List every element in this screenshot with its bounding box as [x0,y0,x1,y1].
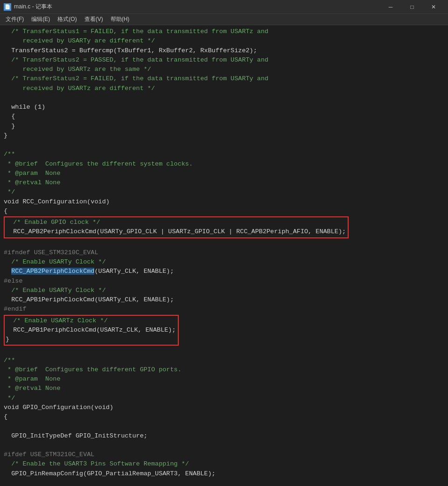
code-editor[interactable]: /* TransferStatus1 = FAILED, if the data… [0,25,448,486]
close-button[interactable]: ✕ [423,0,444,14]
maximize-button[interactable]: □ [401,0,423,14]
title-bar-left: 📄 main.c - 记事本 [4,3,52,11]
code-line: /* Enable USARTy Clock */ [4,258,106,265]
code-line: void RCC_Configuration(void) { [4,198,110,215]
menu-file[interactable]: 文件(F) [2,14,28,24]
code-line: #endif [4,305,27,312]
code-line: /* Enable the USART3 Pins Software Remap… [4,460,189,467]
red-box-1: /* Enable GPIO clock */ RCC_APB2PeriphCl… [4,216,349,238]
code-line: /* Enable USARTy Clock */ [4,287,106,294]
menu-view[interactable]: 查看(V) [81,14,107,24]
menu-edit[interactable]: 编辑(E) [28,14,54,24]
code-line: TransferStatus2 = Buffercmp(TxBuffer1, R… [4,47,257,54]
code-pre: /* TransferStatus1 = FAILED, if the data… [0,27,448,479]
title-bar: 📄 main.c - 记事本 ─ □ ✕ [0,0,448,14]
code-line: RCC_APB1PeriphClockCmd(USARTy_CLK, ENABL… [4,296,174,303]
code-line: #ifdef USE_STM3210C_EVAL [4,451,94,458]
minimize-button[interactable]: ─ [380,0,401,14]
code-line: /** * @brief Configures the different sy… [4,151,193,195]
code-line: /* TransferStatus1 = FAILED, if the data… [4,28,268,44]
menu-format[interactable]: 格式(O) [54,14,80,24]
app-icon: 📄 [4,3,11,11]
code-line: while (1) { } } [4,104,45,139]
code-lines: /* TransferStatus1 = FAILED, if the data… [0,27,448,479]
code-line: #else [4,278,23,285]
code-line: /** * @brief Configures the different GP… [4,357,182,402]
code-line: /* TransferStatus2 = PASSED, if the data… [4,56,268,92]
code-container: /* TransferStatus1 = FAILED, if the data… [0,25,448,486]
window-title: main.c - 记事本 [14,3,52,11]
menu-help[interactable]: 帮助(H) [107,14,133,24]
code-line: #ifndef USE_STM3210C_EVAL [4,249,98,256]
menu-bar: 文件(F) 编辑(E) 格式(O) 查看(V) 帮助(H) [0,14,448,25]
code-line: GPIO_PinRemapConfig(GPIO_PartialRemap_US… [4,470,216,477]
red-box-2: /* Enable USARTz Clock */ RCC_APB1Periph… [4,315,179,346]
code-line: RCC_APB2PeriphClockCmd(USARTy_CLK, ENABL… [4,268,174,275]
code-line: void GPIO_Configuration(void) { GPIO_Ini… [4,404,147,439]
window-controls[interactable]: ─ □ ✕ [380,0,444,14]
